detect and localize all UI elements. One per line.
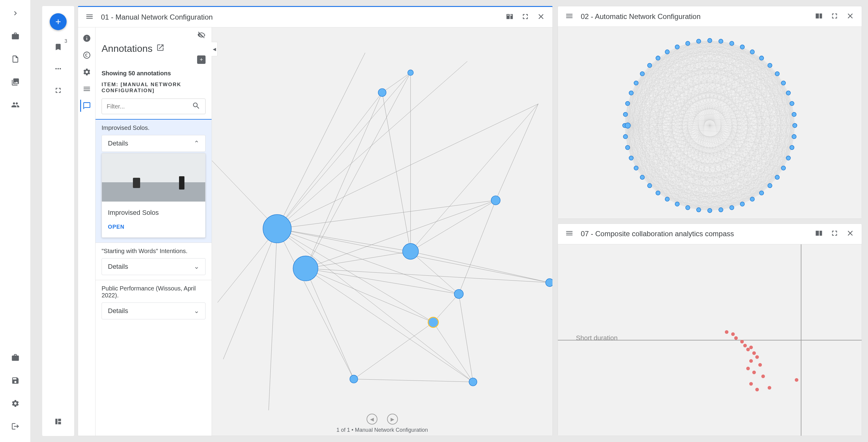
panel-title: 02 - Automatic Network Configuration <box>581 12 815 21</box>
svg-line-491 <box>688 43 762 193</box>
data-point[interactable] <box>752 371 756 374</box>
add-button[interactable]: + <box>50 13 67 30</box>
panel-menu-icon[interactable] <box>565 229 574 239</box>
data-point[interactable] <box>731 332 735 336</box>
save-icon[interactable] <box>8 373 23 388</box>
svg-line-611 <box>667 47 677 199</box>
book-open-icon[interactable] <box>815 12 823 21</box>
data-point[interactable] <box>749 359 753 363</box>
annotation-card[interactable]: Public Performance (Wissous, April 2022)… <box>96 280 212 324</box>
document-icon[interactable] <box>8 52 23 66</box>
data-point[interactable] <box>795 378 798 382</box>
open-in-new-icon[interactable] <box>156 43 164 54</box>
close-panel-icon[interactable] <box>537 12 545 22</box>
annotation-list: Improvised Solos. Details ⌃ Improvised S… <box>96 119 212 436</box>
svg-point-784 <box>665 197 670 201</box>
more-icon[interactable] <box>51 61 65 76</box>
data-point[interactable] <box>746 367 750 370</box>
data-point[interactable] <box>749 346 753 349</box>
svg-line-361 <box>650 65 795 126</box>
panel-header: 07 - Composite collaboration analytics c… <box>558 224 862 244</box>
details-toggle[interactable]: Details ⌄ <box>101 258 206 275</box>
briefcase-icon[interactable] <box>8 29 23 43</box>
data-point[interactable] <box>725 330 728 334</box>
prev-button[interactable]: ◀ <box>367 414 377 424</box>
copyright-icon[interactable] <box>81 49 93 61</box>
filter-input[interactable] <box>107 103 192 110</box>
svg-line-9 <box>269 229 277 410</box>
svg-point-795 <box>629 91 633 95</box>
svg-point-773 <box>775 175 779 179</box>
annotation-card[interactable]: Improvised Solos. Details ⌃ Improvised S… <box>96 119 212 243</box>
svg-line-27 <box>410 104 538 252</box>
svg-point-801 <box>675 45 679 49</box>
data-point[interactable] <box>749 382 753 386</box>
details-expanded: Improvised Solos OPEN <box>101 153 206 238</box>
svg-line-298 <box>658 58 788 93</box>
svg-line-36 <box>277 93 382 229</box>
expand-icon[interactable] <box>8 6 23 21</box>
expand-panel-icon[interactable] <box>830 12 839 21</box>
svg-point-786 <box>647 184 652 188</box>
network-graph[interactable]: ◀ ▶ 1 of 1 • Manual Network Configuratio… <box>212 27 553 436</box>
comment-icon[interactable] <box>80 100 92 112</box>
svg-line-228 <box>642 65 770 74</box>
open-button[interactable]: OPEN <box>102 224 205 238</box>
panel-menu-icon[interactable] <box>85 12 94 22</box>
svg-line-395 <box>631 148 792 158</box>
data-point[interactable] <box>761 375 765 378</box>
fullscreen-icon[interactable] <box>51 83 65 98</box>
panel-menu-icon[interactable] <box>565 12 574 21</box>
annotation-card[interactable]: "Starting with Words" Intentions. Detail… <box>96 243 212 280</box>
logout-icon[interactable] <box>8 419 23 434</box>
data-point[interactable] <box>752 351 756 355</box>
svg-line-33 <box>433 322 473 382</box>
panel-sidebar <box>78 27 96 436</box>
layout-icon[interactable] <box>51 414 65 429</box>
images-icon[interactable] <box>8 75 23 89</box>
data-point[interactable] <box>740 340 744 344</box>
add-annotation-button[interactable]: + <box>197 56 206 64</box>
svg-line-482 <box>642 177 762 193</box>
svg-point-759 <box>740 45 744 49</box>
data-point[interactable] <box>768 386 771 389</box>
details-toggle[interactable]: Details ⌃ <box>101 135 206 152</box>
book-open-icon[interactable] <box>505 12 514 22</box>
svg-line-22 <box>410 200 496 252</box>
expand-panel-icon[interactable] <box>830 229 839 239</box>
data-point[interactable] <box>734 336 738 340</box>
network-graph-auto[interactable] <box>558 27 862 218</box>
briefcase-alt-icon[interactable] <box>8 350 23 365</box>
expand-panel-icon[interactable] <box>521 12 530 22</box>
bookmark-icon[interactable]: 3 <box>51 40 65 54</box>
panel-header: 01 - Manual Network Configuration <box>78 7 553 27</box>
details-toggle[interactable]: Details ⌄ <box>101 303 206 319</box>
data-point[interactable] <box>758 363 762 367</box>
people-icon[interactable] <box>8 98 23 112</box>
book-open-icon[interactable] <box>815 229 823 239</box>
data-point[interactable] <box>755 388 759 391</box>
settings-icon[interactable] <box>8 396 23 411</box>
close-panel-icon[interactable] <box>846 229 855 239</box>
text-lines-icon[interactable] <box>81 83 93 95</box>
gear-icon[interactable] <box>81 66 93 78</box>
annotation-card-title: "Starting with Words" Intentions. <box>101 248 206 255</box>
data-point[interactable] <box>743 344 747 347</box>
svg-line-753 <box>628 47 677 126</box>
scatter-plot[interactable]: Short duration <box>558 244 862 436</box>
bookmark-badge: 3 <box>64 38 67 44</box>
visibility-off-icon[interactable] <box>197 31 206 41</box>
info-icon[interactable] <box>81 32 93 44</box>
svg-point-42 <box>378 89 386 96</box>
svg-line-17 <box>306 269 550 283</box>
next-button[interactable]: ▶ <box>387 414 398 424</box>
svg-point-776 <box>750 197 754 201</box>
data-point[interactable] <box>755 355 759 359</box>
search-icon[interactable] <box>192 101 200 111</box>
svg-line-516 <box>625 126 742 204</box>
svg-line-16 <box>306 269 459 294</box>
close-panel-icon[interactable] <box>846 12 855 21</box>
svg-line-37 <box>496 104 538 200</box>
svg-point-761 <box>760 56 764 60</box>
collapse-panel-icon[interactable]: ◀ <box>212 42 218 56</box>
